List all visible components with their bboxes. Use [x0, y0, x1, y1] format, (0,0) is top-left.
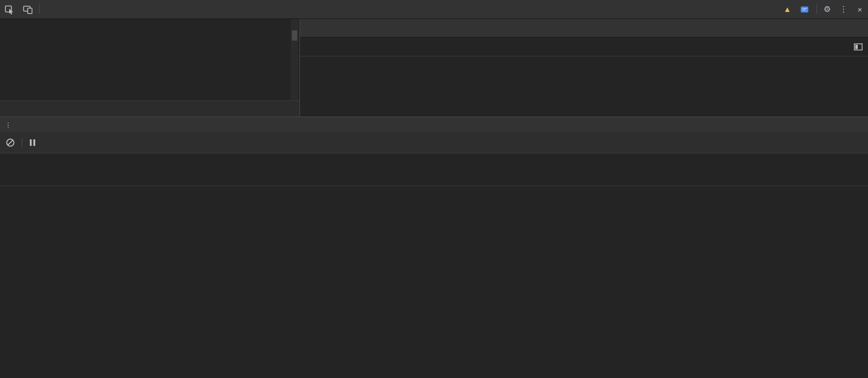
settings-gear-icon[interactable]: ⚙ [819, 4, 835, 14]
elements-scrollbar-thumb[interactable] [292, 30, 297, 41]
animations-toolbar [0, 132, 868, 153]
drawer-close-icon[interactable] [856, 117, 863, 132]
warning-icon: ▲ [783, 5, 791, 13]
animations-timeline [0, 185, 868, 378]
drawer-menu-icon[interactable]: ⋮ [0, 117, 16, 132]
pause-all-icon[interactable] [29, 139, 36, 146]
clear-all-icon[interactable] [5, 138, 15, 148]
toolbar-separator [22, 138, 22, 148]
elements-panel [0, 19, 299, 117]
drawer: ⋮ [0, 117, 868, 378]
styles-filter-input[interactable] [305, 42, 470, 51]
style-rules [300, 56, 868, 117]
main-toolbar: ▲ ⚙ ⋮ × [0, 0, 868, 19]
animation-group-overview [0, 153, 868, 186]
more-options-menu-icon[interactable]: ⋮ [835, 4, 852, 14]
styles-filter-controls [831, 43, 863, 50]
devtools-window: ▲ ⚙ ⋮ × [0, 0, 868, 378]
styles-filter-bar [300, 37, 868, 56]
upper-split [0, 19, 868, 117]
inspect-element-icon[interactable] [0, 0, 18, 19]
toolbar-separator [816, 4, 817, 14]
panel-dock-icon [854, 43, 863, 50]
toolbar-right: ▲ ⚙ ⋮ × [780, 0, 868, 19]
warnings-badge[interactable]: ▲ [780, 5, 797, 13]
drawer-tabbar: ⋮ [0, 117, 868, 132]
styles-panel [299, 19, 868, 117]
breadcrumb [0, 100, 299, 117]
toolbar-separator [39, 4, 40, 14]
issues-badge[interactable] [797, 7, 814, 12]
elements-scrollbar [291, 19, 298, 100]
dom-tree [0, 19, 291, 100]
close-devtools-icon[interactable]: × [852, 5, 868, 14]
device-toolbar-icon[interactable] [18, 0, 37, 19]
animations-timeline-svg [0, 185, 868, 378]
inspect-cursor-icon [4, 4, 15, 15]
styles-tabs [300, 19, 868, 37]
toggle-sidebar-icon[interactable] [854, 43, 863, 50]
issues-icon [801, 7, 808, 12]
device-frames-icon [22, 4, 33, 15]
